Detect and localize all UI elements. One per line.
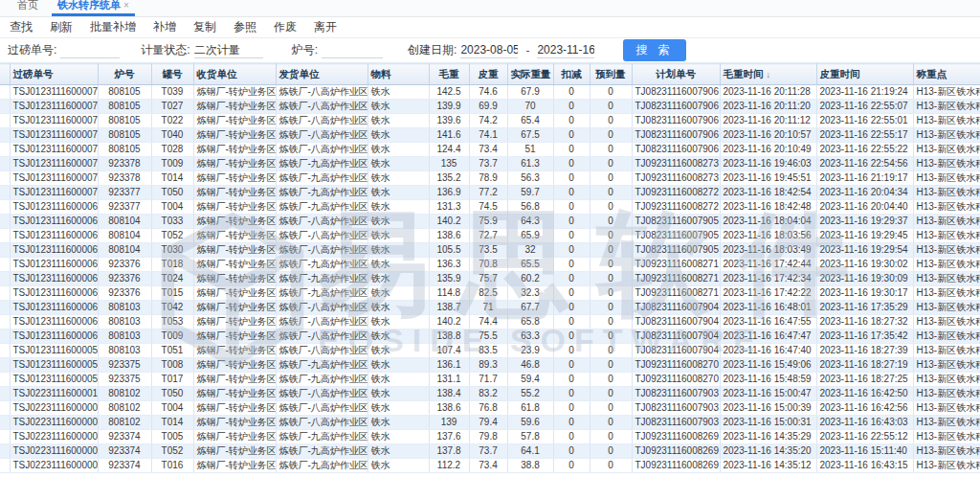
cell-material: 铁水: [368, 229, 429, 243]
cell-expected: 0: [590, 229, 632, 243]
table-row[interactable]: TSJ02231116000009808102T004炼钢厂-转炉业务区炼铁厂-…: [0, 401, 980, 416]
cell-gross-weight: 140.2: [429, 315, 469, 329]
table-row[interactable]: TSJ01231116000053923375T017炼钢厂-转炉业务区炼铁厂-…: [0, 373, 980, 387]
cell-weigh-no: TSJ01231116000072: [10, 157, 98, 171]
tab-1[interactable]: 铁水转序统单×: [48, 0, 139, 16]
cell-select: [0, 243, 10, 258]
col-header-deduction[interactable]: 扣减: [553, 64, 590, 85]
toolbar-button-refresh[interactable]: 刷新: [50, 19, 73, 35]
col-header-sender[interactable]: 发货单位: [276, 64, 368, 85]
table-row[interactable]: TSJ02231116000010808102T050炼钢厂-转炉业务区炼铁厂-…: [0, 387, 980, 401]
table-row[interactable]: TSJ01231116000072923378T009炼钢厂-转炉业务区炼铁厂-…: [0, 157, 980, 171]
cell-tare-time: 2023-11-16 19:30:09: [816, 272, 913, 286]
table-row[interactable]: TSJ01231116000069923377T004炼钢厂-转炉业务区炼铁厂-…: [0, 200, 980, 215]
tab-0[interactable]: 首页: [8, 0, 48, 16]
furnace-input[interactable]: [322, 43, 383, 58]
cell-sender: 炼铁厂-九高炉作业区: [276, 444, 368, 459]
cell-select: [0, 229, 10, 243]
toolbar-button-find[interactable]: 查找: [10, 19, 33, 35]
cell-sender: 炼铁厂-九高炉作业区: [276, 358, 368, 373]
col-header-tare-time[interactable]: 皮重时间: [816, 64, 913, 85]
cell-gross-time: 2023-11-16 19:45:51: [720, 171, 816, 186]
cell-select: [0, 387, 10, 401]
toolbar-button-copy[interactable]: 复制: [193, 19, 216, 35]
col-header-tank-no[interactable]: 罐号: [151, 64, 193, 85]
cell-deduction: 0: [553, 358, 590, 373]
cell-gross-time: 2023-11-16 16:47:40: [720, 344, 816, 358]
table-row[interactable]: TSJ02231116000006923374T052炼钢厂-转炉业务区炼铁厂-…: [0, 444, 980, 459]
toolbar-button-leave[interactable]: 离开: [314, 19, 337, 35]
cell-tank-no: T008: [151, 358, 193, 373]
toolbar-button-add[interactable]: 补增: [153, 19, 176, 35]
cell-tare-time: 2023-11-16 20:04:40: [816, 200, 913, 215]
table-row[interactable]: TSJ01231116000071923378T014炼钢厂-转炉业务区炼铁厂-…: [0, 171, 980, 186]
toolbar-button-batch-add[interactable]: 批量补增: [90, 19, 136, 35]
col-header-gross-time[interactable]: 毛重时间↓: [720, 64, 816, 85]
table-row[interactable]: TSJ01231116000062808103T042炼钢厂-转炉业务区炼铁厂-…: [0, 301, 980, 315]
table-row[interactable]: TSJ01231116000054923375T008炼钢厂-转炉业务区炼铁厂-…: [0, 358, 980, 373]
toolbar-button-reference[interactable]: 参照: [234, 19, 256, 35]
search-button[interactable]: 搜 索: [623, 39, 685, 61]
cell-weigh-no: TSJ02231116000010: [10, 387, 98, 401]
table-row[interactable]: TSJ02231116000007923374T005炼钢厂-转炉业务区炼铁厂-…: [0, 430, 980, 444]
col-header-receiver[interactable]: 收货单位: [193, 64, 276, 85]
cell-tank-no: T004: [151, 200, 193, 215]
cell-tare-time: 2023-11-16 18:27:39: [816, 344, 913, 358]
cell-gross-weight: 140.2: [429, 215, 469, 229]
cell-receiver: 炼钢厂-转炉业务区: [193, 329, 276, 344]
col-header-tare-weight[interactable]: 皮重: [469, 64, 507, 85]
table-row[interactable]: TSJ01231116000077808105T027炼钢厂-转炉业务区炼铁厂-…: [0, 100, 980, 114]
close-icon[interactable]: ×: [123, 0, 129, 11]
table-row[interactable]: TSJ01231116000061808103T053炼钢厂-转炉业务区炼铁厂-…: [0, 315, 980, 329]
date-to-input[interactable]: [537, 43, 594, 58]
cell-net-weight: 67.9: [507, 85, 553, 100]
cell-deduction: 0: [553, 430, 590, 444]
status-input[interactable]: [194, 43, 263, 58]
cell-tare-weight: 75.9: [469, 215, 507, 229]
toolbar-button-void[interactable]: 作废: [274, 19, 297, 35]
table-row[interactable]: TSJ01231116000073808105T028炼钢厂-转炉业务区炼铁厂-…: [0, 143, 980, 157]
cell-weigh-no: TSJ01231116000078: [10, 85, 98, 100]
col-header-expected[interactable]: 预到量: [590, 64, 632, 85]
table-row[interactable]: TSJ01231116000066808104T030炼钢厂-转炉业务区炼铁厂-…: [0, 243, 980, 258]
table-row[interactable]: TSJ01231116000060808103T009炼钢厂-转炉业务区炼铁厂-…: [0, 329, 980, 344]
table-row[interactable]: TSJ02231116000005923374T016炼钢厂-转炉业务区炼铁厂-…: [0, 459, 980, 473]
status-label: 计量状态:: [141, 42, 189, 58]
date-from-input[interactable]: [460, 43, 518, 58]
cell-sender: 炼铁厂-八高炉作业区: [276, 387, 368, 401]
col-header-weigh-no[interactable]: 过磅单号: [10, 64, 98, 85]
table-row[interactable]: TSJ01231116000076808105T022炼钢厂-转炉业务区炼铁厂-…: [0, 114, 980, 128]
table-row[interactable]: TSJ01231116000070923377T050炼钢厂-转炉业务区炼铁厂-…: [0, 186, 980, 200]
table-row[interactable]: TSJ01231116000068808104T033炼钢厂-转炉业务区炼铁厂-…: [0, 215, 980, 229]
table-row[interactable]: TSJ01231116000065923376T018炼钢厂-转炉业务区炼铁厂-…: [0, 258, 980, 272]
cell-plan-no: TJ08231116007903: [632, 401, 720, 416]
table-row[interactable]: TSJ01231116000064923376T024炼钢厂-转炉业务区炼铁厂-…: [0, 272, 980, 286]
col-header-gross-weight[interactable]: 毛重: [429, 64, 469, 85]
table-row[interactable]: TSJ02231116000008808102T014炼钢厂-转炉业务区炼铁厂-…: [0, 416, 980, 430]
col-header-net-weight[interactable]: 实际重量: [507, 64, 553, 85]
table-row[interactable]: TSJ01231116000074808105T040炼钢厂-转炉业务区炼铁厂-…: [0, 128, 980, 143]
cell-sender: 炼铁厂-八高炉作业区: [276, 301, 368, 315]
weigh-no-input[interactable]: [60, 43, 120, 58]
cell-tare-time: 2023-11-16 15:11:40: [816, 444, 913, 459]
cell-weigh-point: H13-新区铁水秤: [913, 215, 980, 229]
cell-tare-time: 2023-11-16 19:29:45: [816, 229, 913, 243]
col-header-plan-no[interactable]: 计划单号: [632, 64, 720, 85]
cell-furnace-no: 808103: [98, 301, 151, 315]
col-header-material[interactable]: 物料: [368, 64, 429, 85]
table-row[interactable]: TSJ01231116000059808103T051炼钢厂-转炉业务区炼铁厂-…: [0, 344, 980, 358]
cell-net-weight: 46.8: [507, 358, 553, 373]
cell-weigh-point: H13-新区铁水秤: [913, 186, 980, 200]
col-header-furnace-no[interactable]: 炉号: [98, 64, 151, 85]
table-row[interactable]: TSJ01231116000078808105T039炼钢厂-转炉业务区炼铁厂-…: [0, 85, 980, 100]
table-row[interactable]: TSJ01231116000067808104T052炼钢厂-转炉业务区炼铁厂-…: [0, 229, 980, 243]
cell-gross-time: 2023-11-16 17:42:34: [720, 272, 816, 286]
cell-select: [0, 373, 10, 387]
cell-deduction: 0: [553, 401, 590, 416]
cell-tare-weight: 78.9: [469, 171, 507, 186]
cell-gross-time: 2023-11-16 16:47:55: [720, 315, 816, 329]
table-row[interactable]: TSJ01231116000063923376T015炼钢厂-转炉业务区炼铁厂-…: [0, 286, 980, 301]
cell-tare-weight: 79.8: [469, 430, 507, 444]
col-header-weigh-point[interactable]: 称重点: [913, 64, 980, 85]
cell-tare-time: 2023-11-16 19:29:37: [816, 215, 913, 229]
